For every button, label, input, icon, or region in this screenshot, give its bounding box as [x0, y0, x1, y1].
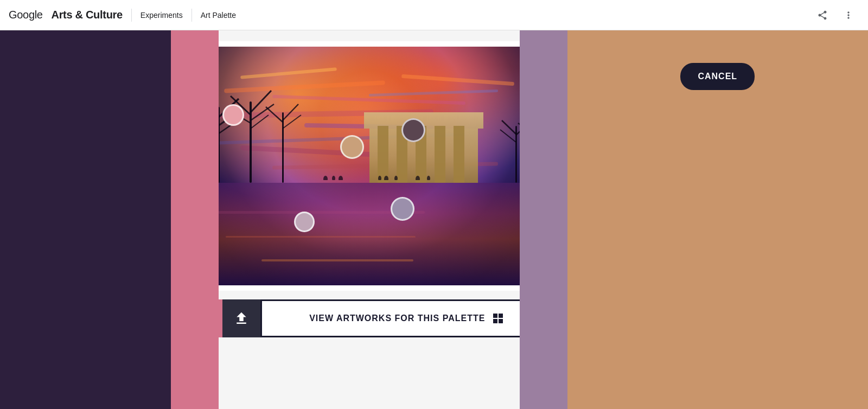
water-reflection — [219, 183, 520, 285]
header-divider-2 — [192, 9, 192, 22]
main-layout: VIEW ARTWORKS FOR THIS PALETTE CANCEL — [0, 30, 868, 409]
color-dot-pink[interactable] — [222, 104, 244, 126]
upload-icon — [233, 310, 250, 327]
svg-point-36 — [416, 176, 420, 180]
view-artworks-label: VIEW ARTWORKS FOR THIS PALETTE — [309, 314, 485, 323]
view-artworks-button[interactable]: VIEW ARTWORKS FOR THIS PALETTE — [260, 299, 519, 337]
trees-svg-left — [219, 74, 309, 183]
nav-art-palette[interactable]: Art Palette — [201, 11, 236, 20]
svg-point-31 — [332, 176, 335, 180]
color-dot-dark[interactable] — [401, 118, 425, 142]
people-silhouettes — [219, 169, 520, 180]
main-photo — [219, 47, 520, 285]
bottom-toolbar: VIEW ARTWORKS FOR THIS PALETTE — [219, 299, 520, 337]
cancel-button[interactable]: CANCEL — [680, 63, 755, 90]
svg-line-15 — [251, 115, 269, 129]
svg-line-21 — [266, 107, 283, 122]
header-divider-1 — [131, 9, 132, 22]
cloud-streak-5 — [401, 74, 514, 86]
people-svg — [219, 169, 520, 180]
svg-point-35 — [394, 176, 398, 180]
header-actions — [812, 4, 859, 26]
nav-experiments[interactable]: Experiments — [141, 11, 183, 20]
svg-line-19 — [283, 104, 298, 120]
camera-button[interactable] — [219, 299, 222, 337]
panel-left-dark — [0, 30, 171, 409]
svg-point-32 — [339, 176, 343, 180]
svg-line-24 — [518, 123, 519, 137]
header: Google Arts & Culture Experiments Art Pa… — [0, 0, 868, 30]
share-icon — [817, 10, 828, 21]
panel-right-purple — [520, 30, 567, 409]
site-logo: Google Arts & Culture — [9, 9, 123, 21]
more-options-button[interactable] — [838, 4, 859, 26]
svg-line-14 — [251, 104, 274, 120]
more-vertical-icon — [843, 10, 854, 21]
reflection-streak-1 — [261, 259, 413, 261]
reflection-streak-2 — [226, 236, 416, 238]
image-wrapper — [219, 41, 520, 291]
svg-point-30 — [323, 176, 328, 180]
share-button[interactable] — [812, 4, 833, 26]
svg-point-34 — [384, 176, 388, 180]
panel-left-pink — [171, 30, 219, 409]
panel-right-tan: CANCEL — [567, 30, 869, 409]
svg-point-37 — [427, 176, 430, 180]
logo-arts: Arts & Culture — [51, 9, 122, 21]
tree-silhouette-left — [219, 74, 309, 183]
color-dot-tan[interactable] — [340, 135, 364, 159]
grid-icon — [492, 312, 505, 325]
upload-button[interactable] — [222, 299, 260, 337]
color-dot-mauve[interactable] — [391, 197, 414, 221]
logo-google: Google — [9, 9, 43, 21]
svg-point-33 — [378, 176, 381, 180]
center-content: VIEW ARTWORKS FOR THIS PALETTE — [219, 30, 520, 409]
color-dot-dusty-rose[interactable] — [294, 212, 315, 232]
